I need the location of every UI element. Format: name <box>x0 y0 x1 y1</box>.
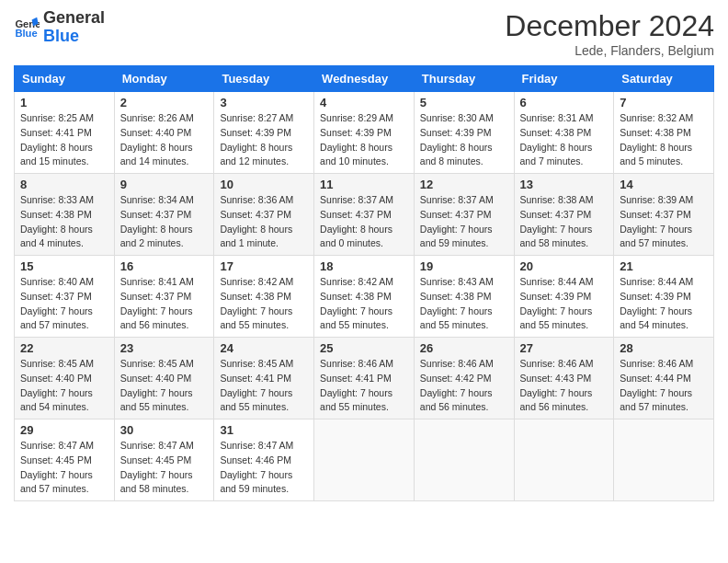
day-number: 26 <box>420 341 508 355</box>
table-cell <box>414 419 514 501</box>
table-cell <box>314 419 415 501</box>
table-cell: 10 Sunrise: 8:36 AM Sunset: 4:37 PM Dayl… <box>214 174 314 256</box>
day-info: Sunrise: 8:25 AM Sunset: 4:41 PM Dayligh… <box>20 111 108 169</box>
day-info: Sunrise: 8:44 AM Sunset: 4:39 PM Dayligh… <box>520 275 609 333</box>
day-info: Sunrise: 8:33 AM Sunset: 4:38 PM Dayligh… <box>20 193 108 251</box>
logo-text: General Blue <box>43 9 105 46</box>
day-number: 22 <box>20 341 108 355</box>
table-cell: 18 Sunrise: 8:42 AM Sunset: 4:38 PM Dayl… <box>314 256 415 338</box>
header-wednesday: Wednesday <box>314 66 415 92</box>
day-info: Sunrise: 8:31 AM Sunset: 4:38 PM Dayligh… <box>520 111 609 169</box>
day-info: Sunrise: 8:47 AM Sunset: 4:46 PM Dayligh… <box>220 439 308 497</box>
day-info: Sunrise: 8:37 AM Sunset: 4:37 PM Dayligh… <box>320 193 408 251</box>
day-info: Sunrise: 8:46 AM Sunset: 4:43 PM Dayligh… <box>520 357 609 415</box>
day-info: Sunrise: 8:37 AM Sunset: 4:37 PM Dayligh… <box>420 193 508 251</box>
logo: General Blue General Blue <box>14 9 105 46</box>
table-cell: 8 Sunrise: 8:33 AM Sunset: 4:38 PM Dayli… <box>15 174 115 256</box>
day-info: Sunrise: 8:42 AM Sunset: 4:38 PM Dayligh… <box>320 275 408 333</box>
day-number: 28 <box>620 341 708 355</box>
table-cell: 14 Sunrise: 8:39 AM Sunset: 4:37 PM Dayl… <box>614 174 714 256</box>
table-cell: 25 Sunrise: 8:46 AM Sunset: 4:41 PM Dayl… <box>314 338 415 419</box>
table-cell: 26 Sunrise: 8:46 AM Sunset: 4:42 PM Dayl… <box>414 338 514 419</box>
header-saturday: Saturday <box>614 66 714 92</box>
day-number: 14 <box>620 178 708 191</box>
day-info: Sunrise: 8:32 AM Sunset: 4:38 PM Dayligh… <box>620 111 708 169</box>
day-info: Sunrise: 8:39 AM Sunset: 4:37 PM Dayligh… <box>620 193 708 251</box>
day-info: Sunrise: 8:27 AM Sunset: 4:39 PM Dayligh… <box>220 111 308 169</box>
day-info: Sunrise: 8:47 AM Sunset: 4:45 PM Dayligh… <box>20 439 108 497</box>
table-cell: 7 Sunrise: 8:32 AM Sunset: 4:38 PM Dayli… <box>614 92 714 174</box>
day-info: Sunrise: 8:46 AM Sunset: 4:41 PM Dayligh… <box>320 357 408 415</box>
page-container: General Blue General Blue December 2024 … <box>0 0 728 511</box>
day-info: Sunrise: 8:42 AM Sunset: 4:38 PM Dayligh… <box>220 275 308 333</box>
table-cell: 27 Sunrise: 8:46 AM Sunset: 4:43 PM Dayl… <box>514 338 614 419</box>
header-sunday: Sunday <box>15 66 115 92</box>
table-cell: 31 Sunrise: 8:47 AM Sunset: 4:46 PM Dayl… <box>214 419 314 501</box>
day-number: 15 <box>20 259 108 273</box>
table-cell: 9 Sunrise: 8:34 AM Sunset: 4:37 PM Dayli… <box>114 174 214 256</box>
table-cell: 15 Sunrise: 8:40 AM Sunset: 4:37 PM Dayl… <box>15 256 115 338</box>
table-cell: 28 Sunrise: 8:46 AM Sunset: 4:44 PM Dayl… <box>614 338 714 419</box>
table-cell: 6 Sunrise: 8:31 AM Sunset: 4:38 PM Dayli… <box>514 92 614 174</box>
day-info: Sunrise: 8:36 AM Sunset: 4:37 PM Dayligh… <box>220 193 308 251</box>
day-number: 6 <box>520 96 609 109</box>
day-number: 11 <box>320 178 408 191</box>
day-info: Sunrise: 8:41 AM Sunset: 4:37 PM Dayligh… <box>120 275 209 333</box>
table-cell: 23 Sunrise: 8:45 AM Sunset: 4:40 PM Dayl… <box>114 338 214 419</box>
day-info: Sunrise: 8:45 AM Sunset: 4:40 PM Dayligh… <box>20 357 108 415</box>
location-subtitle: Lede, Flanders, Belgium <box>505 43 714 58</box>
title-block: December 2024 Lede, Flanders, Belgium <box>505 9 714 58</box>
day-number: 18 <box>320 259 408 273</box>
table-cell: 24 Sunrise: 8:45 AM Sunset: 4:41 PM Dayl… <box>214 338 314 419</box>
table-cell: 22 Sunrise: 8:45 AM Sunset: 4:40 PM Dayl… <box>15 338 115 419</box>
table-cell: 30 Sunrise: 8:47 AM Sunset: 4:45 PM Dayl… <box>114 419 214 501</box>
month-title: December 2024 <box>505 9 714 43</box>
day-number: 17 <box>220 259 308 273</box>
day-info: Sunrise: 8:26 AM Sunset: 4:40 PM Dayligh… <box>120 111 209 169</box>
table-cell: 4 Sunrise: 8:29 AM Sunset: 4:39 PM Dayli… <box>314 92 415 174</box>
table-cell: 21 Sunrise: 8:44 AM Sunset: 4:39 PM Dayl… <box>614 256 714 338</box>
table-cell: 12 Sunrise: 8:37 AM Sunset: 4:37 PM Dayl… <box>414 174 514 256</box>
header-thursday: Thursday <box>414 66 514 92</box>
day-number: 16 <box>120 259 209 273</box>
day-number: 7 <box>620 96 708 109</box>
table-cell: 17 Sunrise: 8:42 AM Sunset: 4:38 PM Dayl… <box>214 256 314 338</box>
day-number: 24 <box>220 341 308 355</box>
header-monday: Monday <box>114 66 214 92</box>
day-number: 21 <box>620 259 708 273</box>
day-info: Sunrise: 8:38 AM Sunset: 4:37 PM Dayligh… <box>520 193 609 251</box>
day-number: 8 <box>20 178 108 191</box>
header-tuesday: Tuesday <box>214 66 314 92</box>
day-info: Sunrise: 8:46 AM Sunset: 4:42 PM Dayligh… <box>420 357 508 415</box>
day-number: 20 <box>520 259 609 273</box>
day-info: Sunrise: 8:44 AM Sunset: 4:39 PM Dayligh… <box>620 275 708 333</box>
day-info: Sunrise: 8:34 AM Sunset: 4:37 PM Dayligh… <box>120 193 209 251</box>
day-number: 19 <box>420 259 508 273</box>
header-friday: Friday <box>514 66 614 92</box>
day-number: 3 <box>220 96 308 109</box>
table-cell: 1 Sunrise: 8:25 AM Sunset: 4:41 PM Dayli… <box>15 92 115 174</box>
day-info: Sunrise: 8:30 AM Sunset: 4:39 PM Dayligh… <box>420 111 508 169</box>
table-cell: 2 Sunrise: 8:26 AM Sunset: 4:40 PM Dayli… <box>114 92 214 174</box>
table-cell: 19 Sunrise: 8:43 AM Sunset: 4:38 PM Dayl… <box>414 256 514 338</box>
day-number: 13 <box>520 178 609 191</box>
day-number: 29 <box>20 423 108 437</box>
day-number: 30 <box>120 423 209 437</box>
day-number: 23 <box>120 341 209 355</box>
table-cell: 3 Sunrise: 8:27 AM Sunset: 4:39 PM Dayli… <box>214 92 314 174</box>
day-number: 1 <box>20 96 108 109</box>
day-info: Sunrise: 8:29 AM Sunset: 4:39 PM Dayligh… <box>320 111 408 169</box>
table-cell: 16 Sunrise: 8:41 AM Sunset: 4:37 PM Dayl… <box>114 256 214 338</box>
day-number: 5 <box>420 96 508 109</box>
day-info: Sunrise: 8:45 AM Sunset: 4:40 PM Dayligh… <box>120 357 209 415</box>
table-cell: 13 Sunrise: 8:38 AM Sunset: 4:37 PM Dayl… <box>514 174 614 256</box>
svg-text:Blue: Blue <box>15 28 37 39</box>
day-number: 9 <box>120 178 209 191</box>
table-cell: 11 Sunrise: 8:37 AM Sunset: 4:37 PM Dayl… <box>314 174 415 256</box>
header: General Blue General Blue December 2024 … <box>14 9 714 58</box>
day-number: 4 <box>320 96 408 109</box>
table-cell <box>514 419 614 501</box>
table-cell <box>614 419 714 501</box>
table-cell: 5 Sunrise: 8:30 AM Sunset: 4:39 PM Dayli… <box>414 92 514 174</box>
day-number: 2 <box>120 96 209 109</box>
